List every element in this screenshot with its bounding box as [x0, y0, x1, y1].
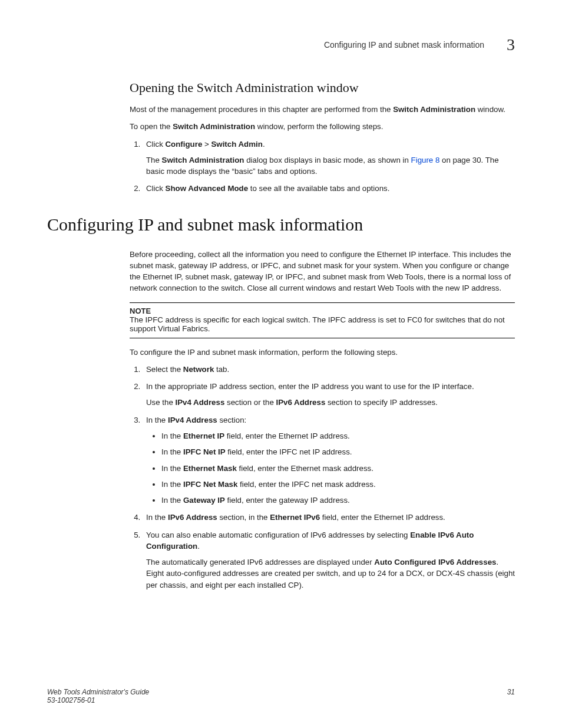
term-ethernet-ipv6: Ethernet IPv6	[270, 513, 320, 522]
text: In the	[161, 480, 183, 489]
term-switch-administration: Switch Administration	[162, 156, 244, 164]
text: section or the	[224, 398, 276, 407]
text: Click	[146, 184, 166, 193]
term-ipfc-net-ip: IPFC Net IP	[183, 447, 226, 456]
term-ethernet-mask: Ethernet Mask	[183, 464, 237, 473]
field-list: In the Ethernet IP field, enter the Ethe…	[146, 430, 515, 506]
text: >	[202, 140, 211, 149]
footer-doc-title: Web Tools Administrator's Guide	[47, 688, 149, 696]
page-footer: Web Tools Administrator's Guide 53-10027…	[47, 688, 515, 704]
step-4: In the IPv6 Address section, in the Ethe…	[143, 512, 515, 523]
text: field, enter the IPFC net mask address.	[237, 480, 375, 489]
text: field, enter the Ethernet mask address.	[237, 464, 373, 473]
note-body: The IPFC address is specific for each lo…	[130, 315, 515, 333]
note-label: NOTE	[130, 307, 515, 315]
step-1: Select the Network tab.	[143, 364, 515, 375]
text: tab.	[214, 365, 229, 374]
section-opening-switch-admin: Opening the Switch Administration window…	[130, 80, 515, 195]
text: Select the	[146, 365, 183, 374]
section-heading: Opening the Switch Administration window	[130, 80, 515, 95]
paragraph: Before proceeding, collect all the infor…	[130, 249, 515, 294]
term-network-tab: Network	[183, 365, 214, 374]
note-block: NOTE The IPFC address is specific for ea…	[130, 302, 515, 338]
procedure-list: Click Configure > Switch Admin. The Swit…	[130, 139, 515, 195]
text: Most of the management procedures in thi…	[130, 105, 393, 114]
term-ipv4-address: IPv4 Address	[168, 416, 217, 424]
term-auto-configured-ipv6: Auto Configured IPv6 Addresses	[374, 558, 496, 566]
page: Configuring IP and subnet mask informati…	[0, 0, 562, 728]
running-header: Configuring IP and subnet mask informati…	[47, 35, 515, 54]
text: to see all the available tabs and option…	[248, 184, 389, 193]
step-note: The automatically generated IPv6 address…	[146, 556, 515, 591]
list-item: In the IPFC Net Mask field, enter the IP…	[161, 479, 515, 490]
footer-doc-number: 53-1002756-01	[47, 696, 149, 704]
chapter-number: 3	[507, 35, 515, 54]
list-item: In the Gateway IP field, enter the gatew…	[161, 495, 515, 506]
footer-page-number: 31	[507, 688, 515, 704]
text: The automatically generated IPv6 address…	[146, 558, 374, 566]
text: In the	[146, 416, 168, 424]
section-configuring-ip: Before proceeding, collect all the infor…	[130, 249, 515, 591]
chapter-heading: Configuring IP and subnet mask informati…	[47, 215, 515, 235]
text: field, enter the Ethernet IP address.	[320, 513, 445, 522]
text: dialog box displays in basic mode, as sh…	[244, 156, 411, 164]
term-gateway-ip: Gateway IP	[183, 496, 225, 505]
step-1: Click Configure > Switch Admin. The Swit…	[143, 139, 515, 177]
term-switch-administration: Switch Administration	[393, 105, 475, 114]
step-2: Click Show Advanced Mode to see all the …	[143, 183, 515, 194]
text: section, in the	[217, 513, 270, 522]
text: You can also enable automatic configurat…	[146, 531, 410, 539]
term-ipv4-address: IPv4 Address	[176, 398, 225, 407]
text: In the	[146, 513, 168, 522]
text: .	[197, 542, 200, 551]
term-show-advanced-mode: Show Advanced Mode	[166, 184, 249, 193]
list-item: In the Ethernet IP field, enter the Ethe…	[161, 430, 515, 442]
menu-configure: Configure	[166, 140, 203, 149]
text: Use the	[146, 398, 176, 407]
text: In the appropriate IP address section, e…	[146, 382, 474, 391]
list-item: In the IPFC Net IP field, enter the IPFC…	[161, 446, 515, 457]
text: field, enter the Ethernet IP address.	[224, 431, 350, 440]
text: section:	[217, 416, 247, 424]
step-2: In the appropriate IP address section, e…	[143, 381, 515, 409]
term-switch-administration: Switch Administration	[173, 122, 255, 131]
term-ipfc-net-mask: IPFC Net Mask	[183, 480, 237, 489]
step-result: The Switch Administration dialog box dis…	[146, 154, 515, 177]
text: window, perform the following steps.	[255, 122, 383, 131]
text: field, enter the IPFC net IP address.	[226, 447, 352, 456]
paragraph: To configure the IP and subnet mask info…	[130, 347, 515, 358]
term-ipv6-address: IPv6 Address	[168, 513, 217, 522]
step-5: You can also enable automatic configurat…	[143, 529, 515, 591]
step-3: In the IPv4 Address section: In the Ethe…	[143, 414, 515, 506]
term-ethernet-ip: Ethernet IP	[183, 431, 224, 440]
text: section to specify IP addresses.	[325, 398, 437, 407]
footer-left: Web Tools Administrator's Guide 53-10027…	[47, 688, 149, 704]
text: window.	[475, 105, 505, 114]
paragraph: Most of the management procedures in thi…	[130, 104, 515, 115]
text: In the	[161, 431, 183, 440]
procedure-list: Select the Network tab. In the appropria…	[130, 364, 515, 591]
text: .	[263, 140, 265, 149]
running-header-title: Configuring IP and subnet mask informati…	[324, 40, 484, 50]
menu-switch-admin: Switch Admin	[211, 140, 262, 149]
text: In the	[161, 447, 183, 456]
text: In the	[161, 496, 183, 505]
text: field, enter the gateway IP address.	[225, 496, 350, 505]
text: To open the	[130, 122, 173, 131]
term-ipv6-address: IPv6 Address	[276, 398, 326, 407]
paragraph: To open the Switch Administration window…	[130, 121, 515, 132]
text: In the	[161, 464, 183, 473]
figure-link[interactable]: Figure 8	[411, 156, 440, 164]
text: The	[146, 156, 162, 164]
text: Click	[146, 140, 166, 149]
step-note: Use the IPv4 Address section or the IPv6…	[146, 397, 515, 408]
list-item: In the Ethernet Mask field, enter the Et…	[161, 463, 515, 474]
